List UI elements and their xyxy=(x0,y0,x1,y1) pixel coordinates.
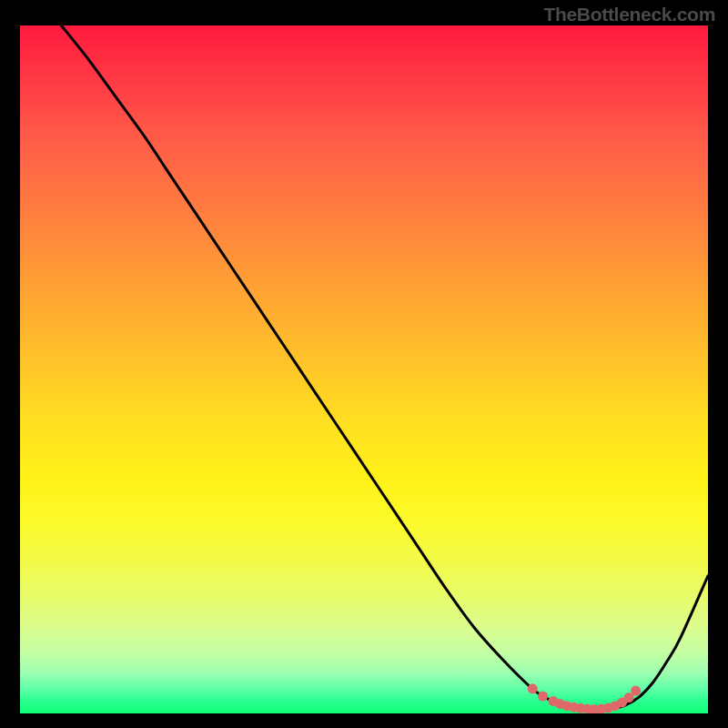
bottleneck-curve xyxy=(20,25,708,713)
watermark: TheBottleneck.com xyxy=(543,4,715,25)
optimal-dot xyxy=(538,692,548,702)
optimal-dot xyxy=(528,683,538,693)
chart-plot-area xyxy=(20,25,708,713)
curve-path xyxy=(61,25,708,709)
optimal-dot xyxy=(631,686,641,696)
